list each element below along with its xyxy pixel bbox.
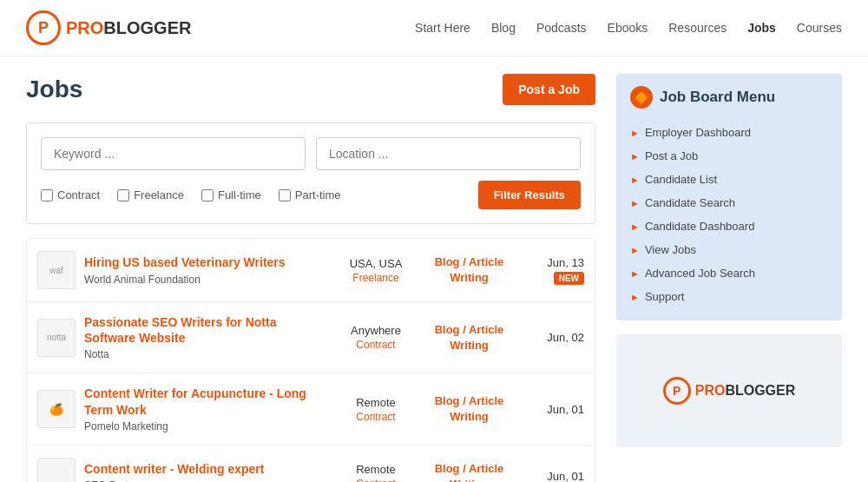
page-header: Jobs Post a Job bbox=[26, 74, 595, 105]
job-category-link[interactable]: Blog / Article Writing bbox=[435, 394, 504, 423]
job-title-link[interactable]: Passionate SEO Writers for Notta Softwar… bbox=[84, 314, 328, 346]
arrow-icon: ► bbox=[630, 128, 640, 138]
job-main: Content writer - Welding expert SEO Part… bbox=[84, 461, 328, 482]
search-row bbox=[41, 137, 581, 170]
sidebar-menu-link[interactable]: ► Advanced Job Search bbox=[630, 267, 828, 280]
job-category: Blog / Article Writing bbox=[424, 254, 515, 286]
job-date: Jun, 02 bbox=[523, 331, 584, 344]
job-company: World Animal Foundation bbox=[84, 274, 328, 286]
search-area: Contract Freelance Full-time Part-time F… bbox=[26, 122, 595, 224]
job-list-item: Content writer - Welding expert SEO Part… bbox=[27, 446, 595, 482]
nav-podcasts[interactable]: Podcasts bbox=[536, 21, 587, 35]
sidebar-menu-item[interactable]: ► Employer Dashboard bbox=[630, 121, 828, 144]
sidebar-menu-item[interactable]: ► Candidate Search bbox=[630, 191, 828, 215]
job-main: Content Writer for Acupuncture - Long Te… bbox=[84, 386, 328, 432]
arrow-icon: ► bbox=[630, 198, 640, 208]
job-category: Blog / Article Writing bbox=[424, 322, 515, 353]
sidebar: 🔶 Job Board Menu ► Employer Dashboard► P… bbox=[616, 74, 842, 482]
job-title-link[interactable]: Content writer - Welding expert bbox=[84, 461, 328, 477]
job-title-link[interactable]: Hiring US based Veterinary Writers bbox=[84, 254, 328, 270]
date-text: Jun, 01 bbox=[523, 470, 584, 482]
promo-logo-p: P bbox=[673, 384, 681, 398]
sidebar-menu-link[interactable]: ► View Jobs bbox=[630, 243, 828, 256]
sidebar-menu-item[interactable]: ► Candidate Dashboard bbox=[630, 215, 828, 238]
job-logo bbox=[37, 458, 76, 482]
parttime-filter[interactable]: Part-time bbox=[279, 188, 341, 201]
parttime-checkbox[interactable] bbox=[279, 189, 291, 201]
nav-resources[interactable]: Resources bbox=[668, 21, 727, 35]
nav-ebooks[interactable]: Ebooks bbox=[608, 21, 648, 35]
job-logo: waf bbox=[37, 251, 76, 289]
job-category: Blog / Article Writing bbox=[424, 461, 515, 482]
sidebar-menu-title: 🔶 Job Board Menu bbox=[630, 86, 828, 109]
job-date: Jun, 01 bbox=[523, 470, 584, 482]
sidebar-menu-item[interactable]: ► View Jobs bbox=[630, 238, 828, 261]
location-text: USA, USA bbox=[337, 257, 415, 270]
job-list-item: waf Hiring US based Veterinary Writers W… bbox=[27, 239, 595, 302]
contract-filter[interactable]: Contract bbox=[41, 188, 100, 201]
freelance-filter[interactable]: Freelance bbox=[117, 188, 184, 201]
nav-jobs[interactable]: Jobs bbox=[747, 21, 776, 35]
job-category-link[interactable]: Blog / Article Writing bbox=[435, 323, 504, 352]
job-category-link[interactable]: Blog / Article Writing bbox=[435, 255, 504, 284]
sidebar-menu-heading: Job Board Menu bbox=[660, 89, 775, 106]
freelance-checkbox[interactable] bbox=[117, 189, 129, 201]
location-input[interactable] bbox=[316, 137, 581, 170]
nav-blog[interactable]: Blog bbox=[491, 21, 516, 35]
sidebar-menu-box: 🔶 Job Board Menu ► Employer Dashboard► P… bbox=[616, 74, 842, 320]
main-container: Jobs Post a Job Contract Freelance Full-… bbox=[0, 56, 868, 482]
nav-courses[interactable]: Courses bbox=[797, 21, 842, 35]
job-main: Passionate SEO Writers for Notta Softwar… bbox=[84, 314, 328, 360]
filter-results-button[interactable]: Filter Results bbox=[478, 181, 581, 209]
sidebar-menu-link[interactable]: ► Employer Dashboard bbox=[630, 126, 828, 139]
job-company: Pomelo Marketing bbox=[84, 420, 328, 432]
sidebar-menu-link[interactable]: ► Candidate List bbox=[630, 173, 828, 186]
sidebar-menu-item[interactable]: ► Candidate List bbox=[630, 168, 828, 191]
logo-blogger: BLOGGER bbox=[103, 18, 191, 37]
sidebar-promo: P PROBLOGGER bbox=[616, 334, 842, 447]
job-list-item: 🍊 Content Writer for Acupuncture - Long … bbox=[27, 373, 595, 445]
date-text: Jun, 13 bbox=[523, 256, 584, 269]
job-date: Jun, 13 NEW bbox=[523, 256, 584, 285]
logo: P PROBLOGGER bbox=[26, 10, 191, 45]
sidebar-menu-item[interactable]: ► Support bbox=[630, 285, 828, 308]
job-title-link[interactable]: Content Writer for Acupuncture - Long Te… bbox=[84, 386, 328, 417]
sidebar-menu-link[interactable]: ► Support bbox=[630, 290, 828, 303]
main-nav: Start Here Blog Podcasts Ebooks Resource… bbox=[415, 21, 842, 35]
sidebar-menu-item[interactable]: ► Advanced Job Search bbox=[630, 261, 828, 285]
job-type: Contract bbox=[337, 411, 415, 423]
sidebar-menu-item[interactable]: ► Post a Job bbox=[630, 144, 828, 168]
logo-p-letter: P bbox=[38, 19, 49, 37]
post-job-button[interactable]: Post a Job bbox=[503, 74, 595, 105]
new-badge: NEW bbox=[554, 272, 584, 285]
nav-start-here[interactable]: Start Here bbox=[415, 21, 470, 35]
date-text: Jun, 02 bbox=[523, 331, 584, 344]
fulltime-filter[interactable]: Full-time bbox=[201, 188, 261, 201]
job-category-link[interactable]: Blog / Article Writing bbox=[435, 462, 504, 482]
promo-logo-text: PROBLOGGER bbox=[695, 383, 796, 399]
location-text: Remote bbox=[337, 463, 415, 476]
job-list-item: notta Passionate SEO Writers for Notta S… bbox=[27, 302, 595, 373]
arrow-icon: ► bbox=[630, 245, 640, 255]
contract-checkbox[interactable] bbox=[41, 189, 53, 201]
arrow-icon: ► bbox=[630, 151, 640, 162]
job-location: Remote Contract bbox=[337, 463, 415, 482]
job-location: USA, USA Freelance bbox=[337, 257, 415, 284]
job-location: Anywhere Contract bbox=[337, 324, 415, 351]
job-type: Freelance bbox=[337, 272, 415, 284]
content-area: Jobs Post a Job Contract Freelance Full-… bbox=[26, 74, 595, 482]
keyword-input[interactable] bbox=[41, 137, 306, 170]
job-type: Contract bbox=[337, 478, 415, 482]
job-date: Jun, 01 bbox=[523, 403, 584, 416]
header: P PROBLOGGER Start Here Blog Podcasts Eb… bbox=[0, 0, 868, 56]
logo-circle: P bbox=[26, 10, 61, 45]
sidebar-menu-link[interactable]: ► Candidate Search bbox=[630, 196, 828, 209]
arrow-icon: ► bbox=[630, 175, 640, 185]
menu-icon: 🔶 bbox=[630, 86, 653, 109]
sidebar-menu-link[interactable]: ► Post a Job bbox=[630, 149, 828, 162]
promo-logo-circle: P bbox=[663, 377, 691, 405]
fulltime-checkbox[interactable] bbox=[201, 189, 214, 201]
sidebar-menu-link[interactable]: ► Candidate Dashboard bbox=[630, 220, 828, 233]
date-text: Jun, 01 bbox=[523, 403, 584, 416]
arrow-icon: ► bbox=[630, 292, 640, 302]
